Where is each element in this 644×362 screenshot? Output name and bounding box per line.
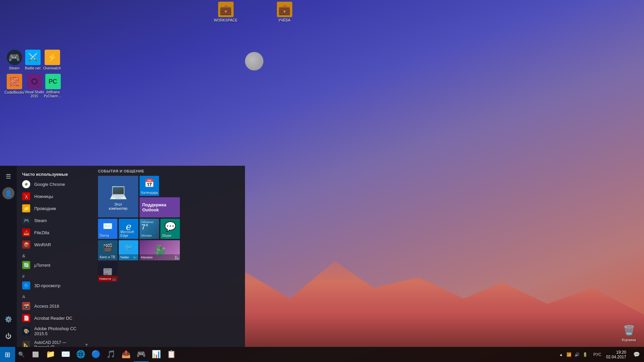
taskbar-app2-icon: 📋	[167, 350, 176, 359]
access-icon: 🗃️	[22, 302, 30, 310]
filezilla-icon: 📤	[22, 228, 30, 237]
utorrent-label: μTorrent	[34, 263, 50, 268]
tray-battery-icon[interactable]: 🔋	[582, 351, 589, 358]
recycle-bin-icon: 🗑️	[621, 322, 637, 338]
start-button[interactable]: ⊞	[0, 347, 15, 362]
tile-skype[interactable]: 💬 Skype	[160, 219, 180, 239]
mail-label: Почта	[100, 234, 109, 238]
calendar-label: Календарь	[141, 191, 158, 195]
app-access[interactable]: 🗃️ Access 2016	[17, 300, 94, 312]
scissors-label: Ножницы	[34, 194, 53, 199]
system-tray: ▲ 📶 🔊 🔋	[555, 347, 591, 362]
taskbar-mail-icon: ✉️	[61, 350, 70, 359]
edge-label: Microsoft Edge	[120, 230, 138, 238]
search-icon: 🔍	[18, 351, 25, 358]
desktop-icon-jetbrains[interactable]: PC JetBrainsPyCharm ...	[40, 74, 65, 98]
store-label: Магазин	[141, 256, 153, 259]
tray-arrow-icon[interactable]: ▲	[558, 351, 564, 358]
user-avatar[interactable]: 👤	[2, 187, 14, 199]
app-photoshop[interactable]: 🎨 Adobe Photoshop CC 2015.5	[17, 324, 94, 338]
autocad-icon: 📐	[22, 341, 30, 347]
app-filezilla[interactable]: 📤 FileZilla	[17, 226, 94, 239]
tile-twitter[interactable]: 🐦 Twitter 🐦	[119, 240, 138, 260]
settings-icon[interactable]: ⚙️	[0, 311, 16, 327]
app-utorrent[interactable]: 🔄 μTorrent	[17, 259, 94, 271]
scissors-icon: ✂️	[22, 192, 30, 200]
store-bottom-bar: Магазин 🏪	[140, 254, 180, 260]
taskbar-chrome[interactable]: 🔵	[88, 347, 103, 362]
app-autocad[interactable]: 📐 AutoCAD 2017 — Русский (R... ▼	[17, 338, 94, 347]
taskbar-ie[interactable]: 🌐	[73, 347, 88, 362]
notification-center-button[interactable]: 💬	[629, 347, 644, 362]
taskbar-explorer[interactable]: 📁	[43, 347, 58, 362]
start-app-list: Часто используемые Google Chrome ✂️ Ножн…	[17, 166, 94, 347]
taskbar-app1[interactable]: 📊	[149, 347, 164, 362]
skype-icon: 💬	[164, 221, 176, 232]
taskbar-spotify[interactable]: 🎵	[103, 347, 118, 362]
taskbar-filezilla-icon: 📤	[121, 350, 131, 359]
tile-calendar[interactable]: 📅 Календарь	[140, 176, 159, 196]
tile-computer[interactable]: 💻 Этоткомпьютер	[98, 176, 138, 217]
tray-volume-icon[interactable]: 🔊	[574, 351, 581, 358]
computer-tile-label: Этоткомпьютер	[109, 202, 127, 210]
desktop-icon-ucheba[interactable]: 💼 УЧЁБА	[272, 2, 297, 22]
taskbar-language[interactable]: РУС	[591, 352, 603, 357]
acrobat-label: Acrobat Reader DC	[34, 316, 72, 321]
tiles-section-title: События и общение	[98, 169, 241, 173]
frequently-used-title: Часто используемые	[17, 169, 94, 178]
ucheba-label: УЧЁБА	[279, 18, 291, 22]
filezilla-label: FileZilla	[34, 230, 49, 235]
taskbar-filezilla[interactable]: 📤	[118, 347, 134, 362]
power-icon[interactable]: ⏻	[0, 328, 16, 344]
weather-temp: 7°	[141, 223, 148, 231]
utorrent-icon: 🔄	[22, 261, 30, 269]
taskbar-steam[interactable]: 🎮	[134, 347, 149, 362]
desktop-icon-workspace[interactable]: 💼 WORKSPACE	[213, 2, 238, 22]
app-steam[interactable]: 🎮 Steam	[17, 214, 94, 226]
taskbar-clock[interactable]: 19:20 02.04.2017	[603, 350, 629, 359]
app-winrar[interactable]: 📦 WinRAR	[17, 239, 94, 251]
taskbar-mail[interactable]: ✉️	[58, 347, 73, 362]
news-bottom-bar: Новости 📺	[98, 276, 117, 282]
tile-store[interactable]: 🐉 Магазин 🏪	[140, 240, 180, 260]
divider-hash: #	[17, 271, 94, 279]
task-view-icon: ⬜	[32, 351, 39, 358]
tile-mail[interactable]: ✉️ Почта	[98, 219, 117, 239]
start-menu: ☰ 👤 ⚙️ ⏻ Часто используемые Google Chrom…	[0, 166, 245, 347]
desktop-icon-overwatch[interactable]: ⚡ Overwatch	[40, 50, 65, 70]
app-3dview[interactable]: 🔷 3D-просмотр	[17, 279, 94, 292]
tray-network-icon[interactable]: 📶	[566, 351, 573, 358]
hamburger-menu-icon[interactable]: ☰	[0, 168, 16, 185]
chrome-icon	[22, 180, 30, 188]
winrar-icon: 📦	[22, 241, 30, 249]
taskbar-spotify-icon: 🎵	[106, 350, 115, 359]
computer-tile-icon: 💻	[109, 183, 128, 200]
app-acrobat[interactable]: 📄 Acrobat Reader DC	[17, 312, 94, 324]
taskbar: ⊞ 🔍 ⬜ 📁 ✉️ 🌐 🔵 🎵 📤 🎮 📊 📋	[0, 347, 644, 362]
tile-weather[interactable]: Облачно 7° Москва	[140, 219, 159, 239]
explorer-label: Проводник	[34, 206, 56, 211]
tile-outlook[interactable]: Поддержка Outlook	[140, 197, 180, 217]
tile-edge[interactable]: ℯ Microsoft Edge	[119, 219, 138, 239]
kino-icon: 🎬	[103, 243, 113, 253]
battlenet-label: Battle.net	[25, 66, 40, 70]
weather-city: Москва	[141, 234, 152, 237]
app-chrome[interactable]: Google Chrome	[17, 178, 94, 190]
task-view-button[interactable]: ⬜	[28, 347, 43, 362]
windows-logo-icon: ⊞	[5, 351, 10, 359]
taskbar-ie-icon: 🌐	[76, 350, 85, 359]
chrome-label: Google Chrome	[34, 182, 65, 187]
tile-news[interactable]: 📰 Новости 📺	[98, 262, 117, 282]
start-left-panel: ☰ 👤 ⚙️ ⏻	[0, 166, 17, 347]
app-explorer[interactable]: 📁 Проводник	[17, 202, 94, 214]
taskbar-steam-icon: 🎮	[137, 350, 146, 359]
3dview-icon: 🔷	[22, 281, 30, 290]
app-scissors[interactable]: ✂️ Ножницы	[17, 190, 94, 202]
access-label: Access 2016	[34, 304, 59, 309]
recycle-bin[interactable]: 🗑️ Корзина	[617, 322, 641, 342]
tile-kino[interactable]: 🎬 Кино и ТВ	[98, 240, 117, 260]
taskbar-app2[interactable]: 📋	[164, 347, 179, 362]
acrobat-icon: 📄	[22, 314, 30, 322]
taskbar-search-button[interactable]: 🔍	[15, 347, 28, 362]
steam-menu-icon: 🎮	[22, 216, 30, 224]
